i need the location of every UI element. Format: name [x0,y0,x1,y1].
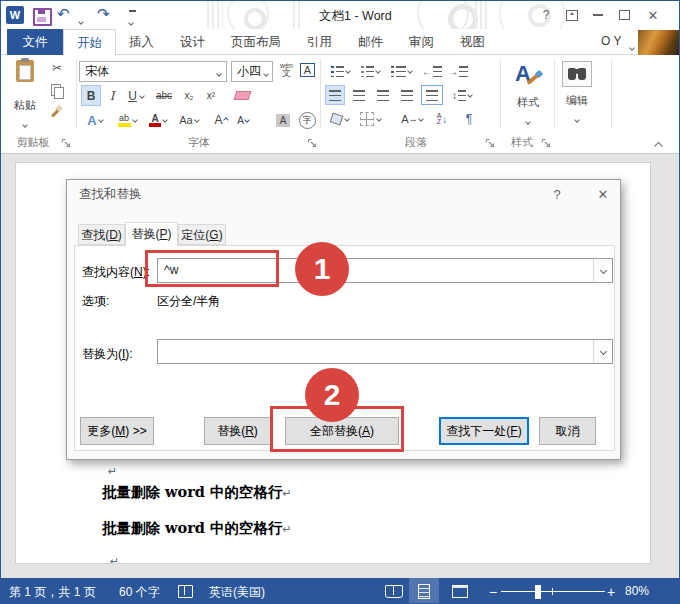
superscript-button[interactable]: x² [201,85,221,106]
styles-icon: ​ A [513,61,543,93]
document-line[interactable]: 批量删除 word 中的空格行↵ [102,519,292,538]
language-indicator[interactable]: 英语(美国) [209,584,265,601]
tab-replace[interactable]: 替换(P) [125,222,178,246]
page-info[interactable]: 第 1 页，共 1 页 [9,584,96,601]
highlight-color-icon[interactable]: ab [113,109,141,131]
character-border-icon[interactable]: A [298,59,317,81]
styles-button[interactable]: ​ A 样式 [505,57,551,131]
zoom-level[interactable]: 80% [625,584,649,598]
find-next-button[interactable]: 查找下一处(F) [439,417,529,445]
replace-button[interactable]: 替换(R) [204,417,271,445]
tab-file[interactable]: 文件 [7,29,63,55]
decrease-indent-icon[interactable]: ← [421,61,443,81]
line-spacing-icon[interactable]: ↕ [449,85,475,105]
ribbon-tab[interactable]: 审阅 [396,29,447,55]
phonetic-guide-icon[interactable]: wén 文 [277,58,296,82]
clear-formatting-icon[interactable] [229,85,255,106]
change-case-icon[interactable]: Aa [175,109,203,131]
redo-button[interactable]: ↷ [97,5,110,23]
character-shading-icon[interactable]: A [273,109,293,131]
tab-find[interactable]: 查找(D) [78,224,125,245]
bullets-icon[interactable] [327,61,353,81]
ribbon-tab[interactable]: 设计 [167,29,218,55]
asian-layout-icon[interactable]: A↔ [399,109,425,129]
tab-goto[interactable]: 定位(G) [178,224,226,245]
dialog-close-button[interactable]: ✕ [589,184,617,204]
justify-button[interactable] [397,85,417,105]
read-mode-button[interactable] [379,578,409,604]
ribbon-tab[interactable]: 引用 [294,29,345,55]
increase-indent-icon[interactable]: → [447,61,469,81]
minimize-button[interactable] [587,5,609,25]
avatar[interactable] [638,30,679,55]
account-name[interactable]: O Y [601,34,621,48]
save-icon[interactable] [33,8,52,26]
font-dialog-launcher-icon[interactable] [307,137,317,151]
window-title: 文档1 - Word [319,8,392,25]
styles-button-label: 样式 [505,95,551,110]
qat-customize-button[interactable] [129,10,136,28]
document-line[interactable]: 批量删除 word 中的空格行↵ [102,483,292,502]
ribbon-display-options-button[interactable] [561,5,583,25]
collapse-ribbon-icon[interactable] [653,137,664,151]
web-layout-button[interactable] [445,578,475,604]
font-name-combo[interactable]: 宋体 [79,61,227,82]
shading-icon[interactable] [327,109,353,129]
shrink-font-icon[interactable]: A [233,109,253,131]
print-layout-button[interactable] [409,578,439,604]
underline-button[interactable]: U [123,85,149,106]
zoom-in-button[interactable]: + [603,578,619,604]
format-painter-icon[interactable] [47,103,67,121]
help-button[interactable]: ? [535,5,557,25]
undo-dropdown-icon[interactable] [79,13,83,27]
maximize-button[interactable] [613,5,635,25]
proofing-icon[interactable] [178,585,193,598]
ribbon-tab[interactable]: 插入 [116,29,167,55]
multilevel-list-icon[interactable] [387,61,415,81]
editing-button[interactable]: 编辑 [557,59,597,129]
account-dropdown-icon[interactable] [630,39,634,53]
styles-dialog-launcher-icon[interactable] [541,137,551,151]
enclose-characters-icon[interactable]: 字 [297,109,317,131]
font-size-combo[interactable]: 小四 [231,61,273,82]
ribbon-tab[interactable]: 视图 [447,29,498,55]
zoom-out-button[interactable]: − [485,578,501,604]
copy-icon[interactable] [47,81,67,99]
font-color-icon[interactable]: A [145,109,171,131]
borders-icon[interactable] [357,109,383,129]
text-effects-icon[interactable]: A [81,109,109,131]
undo-button[interactable]: ↶ [57,5,70,23]
find-dropdown-icon[interactable] [593,259,612,282]
paragraph-dialog-launcher-icon[interactable] [485,137,495,151]
subscript-button[interactable]: x₂ [179,85,199,106]
close-button[interactable]: ✕ [639,5,667,25]
distribute-button[interactable] [421,85,443,105]
bold-button[interactable]: B [81,85,101,106]
paste-button[interactable]: 粘贴 [7,58,43,132]
grow-font-icon[interactable]: A [211,109,231,131]
zoom-slider-track[interactable] [501,591,605,592]
strikethrough-button[interactable]: abc [151,85,177,106]
word-count[interactable]: 60 个字 [119,584,160,601]
replace-with-label: 替换为(I): [82,346,133,363]
ribbon-tab[interactable]: 邮件 [345,29,396,55]
cancel-button[interactable]: 取消 [539,417,596,445]
dialog-help-button[interactable]: ? [545,184,569,204]
sort-icon[interactable]: AZ ↓ [431,109,453,129]
show-marks-icon[interactable]: ¶ [459,109,479,129]
more-button[interactable]: 更多(M) >> [80,417,154,445]
ribbon-tab[interactable]: 页面布局 [218,29,294,55]
align-left-button[interactable] [325,85,345,105]
paragraph-mark: ↵ [110,555,119,564]
replace-dropdown-icon[interactable] [593,340,612,363]
options-label: 选项: [82,293,109,310]
ribbon-tab[interactable]: 开始 [63,29,116,56]
clipboard-dialog-launcher-icon[interactable] [61,137,71,151]
cut-icon[interactable]: ✂ [47,59,67,77]
numbering-icon[interactable] [357,61,383,81]
align-right-button[interactable] [373,85,393,105]
zoom-slider-thumb[interactable] [535,585,541,599]
italic-button[interactable]: I [103,85,121,106]
replace-with-combo[interactable] [157,339,613,364]
align-center-button[interactable] [349,85,369,105]
